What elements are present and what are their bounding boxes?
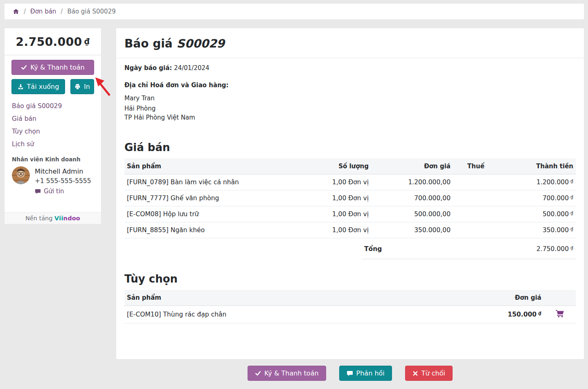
check-icon <box>21 64 27 70</box>
table-row: [FURN_8855] Ngăn khéo 1,00 Đơn vị 350.00… <box>124 222 576 238</box>
quantity-cell: 1,00 Đơn vị <box>302 206 371 222</box>
pricing-section-heading: Giá bán <box>116 141 584 154</box>
column-product: Sản phẩm <box>124 290 462 306</box>
pricing-table: Sản phẩm Số lượng Đơn giá Thuế Thành tiề… <box>124 158 576 238</box>
product-cell: [E-COM08] Hộp lưu trữ <box>124 206 302 222</box>
salesperson-phone: +1 555-555-5555 <box>35 177 91 185</box>
sign-pay-button[interactable]: Ký & Thanh toán <box>11 60 94 75</box>
quotation-ref: S00029 <box>177 37 225 50</box>
taxes-cell <box>453 206 499 222</box>
column-subtotal: Thành tiền <box>499 158 576 174</box>
breadcrumb-separator: / <box>24 8 26 15</box>
subtotal-cell: 500.000₫ <box>499 206 576 222</box>
print-button[interactable]: In <box>70 79 94 94</box>
unit-price-cell: 500.000,00 <box>371 206 453 222</box>
options-table: Sản phẩm Đơn giá [E-COM10] Thùng rác đạp… <box>124 290 576 323</box>
column-taxes: Thuế <box>453 158 499 174</box>
taxes-cell <box>453 222 499 238</box>
column-add-to-order <box>544 290 576 306</box>
table-row: [E-COM08] Hộp lưu trữ 1,00 Đơn vị 500.00… <box>124 206 576 222</box>
quantity-cell: 1,00 Đơn vị <box>302 174 371 190</box>
x-icon <box>412 371 418 376</box>
column-quantity: Số lượng <box>302 158 371 174</box>
product-cell: [E-COM10] Thùng rác đạp chân <box>124 305 462 323</box>
total-amount: 2.750.000₫ <box>5 28 101 55</box>
reject-label: Từ chối <box>421 369 445 377</box>
column-unit-price: Đơn giá <box>371 158 453 174</box>
quantity-cell: 1,00 Đơn vị <box>302 222 371 238</box>
customer-address-line2: TP Hải Phòng Việt Nam <box>124 113 576 122</box>
breadcrumb-separator: / <box>61 8 63 15</box>
feedback-button[interactable]: Phản hồi <box>339 366 392 381</box>
breadcrumb: / Đơn bán / Báo giá S00029 <box>4 3 584 20</box>
product-cell: [FURN_0789] Bàn làm việc cá nhân <box>124 174 302 190</box>
total-value: 2.750.000₫ <box>536 245 573 253</box>
product-cell: [FURN_8855] Ngăn khéo <box>124 222 302 238</box>
total-label: Tổng <box>364 245 382 253</box>
product-cell: [FURN_7777] Ghế văn phòng <box>124 190 302 206</box>
quotation-date: Ngày báo giá: 24/01/2024 <box>124 64 576 72</box>
customer-address-line1: Hải Phòng <box>124 104 576 113</box>
options-table-header-row: Sản phẩm Đơn giá <box>124 290 576 306</box>
table-row: [FURN_7777] Ghế văn phòng 1,00 Đơn vị 70… <box>124 190 576 206</box>
speech-bubble-icon <box>35 188 41 194</box>
salesperson-name: Mitchell Admin <box>35 167 91 175</box>
powered-by-label: Nền tảng <box>25 215 53 222</box>
reject-button[interactable]: Từ chối <box>405 366 453 381</box>
unit-price-cell: 700.000,00 <box>371 190 453 206</box>
salesperson-block: Nhân viên Kinh doanh <box>5 150 101 196</box>
download-icon <box>18 84 24 90</box>
subtotal-cell: 700.000₫ <box>499 190 576 206</box>
unit-price-cell: 350.000,00 <box>371 222 453 238</box>
pricing-table-header-row: Sản phẩm Số lượng Đơn giá Thuế Thành tiề… <box>124 158 576 174</box>
check-icon <box>255 370 261 376</box>
send-message-label: Gửi tin <box>44 188 64 195</box>
quantity-cell: 1,00 Đơn vị <box>302 190 371 206</box>
print-label: In <box>84 83 90 90</box>
address-label: Địa chỉ Hoá đơn và Giao hàng: <box>124 81 576 89</box>
currency-symbol: ₫ <box>570 194 573 200</box>
sidebar-item-quotation[interactable]: Báo giá S00029 <box>12 102 94 110</box>
total-amount-value: 2.750.000 <box>16 35 82 49</box>
table-row: [E-COM10] Thùng rác đạp chân 150.000₫ <box>124 305 576 323</box>
currency-symbol: ₫ <box>570 245 573 251</box>
sign-pay-label: Ký & Thanh toán <box>264 369 319 377</box>
order-total-row: Tổng 2.750.000₫ <box>362 238 576 259</box>
currency-symbol: ₫ <box>570 179 573 184</box>
download-button[interactable]: Tải xuống <box>11 79 65 94</box>
column-unit-price: Đơn giá <box>462 290 544 306</box>
download-label: Tải xuống <box>27 83 59 90</box>
sign-pay-label: Ký & Thanh toán <box>30 63 85 71</box>
subtotal-cell: 350.000₫ <box>499 222 576 238</box>
breadcrumb-link-sales-orders[interactable]: Đơn bán <box>30 8 56 15</box>
salesperson-avatar <box>12 166 30 184</box>
home-icon[interactable] <box>13 8 19 15</box>
brand-viindoo-link[interactable]: Viindoo <box>54 215 80 222</box>
unit-price-cell: 1.200.000,00 <box>371 174 453 190</box>
quotation-sidebar: 2.750.000₫ Ký & Thanh toán Tải xuống In <box>4 28 101 224</box>
sidebar-item-pricing[interactable]: Giá bán <box>12 115 94 122</box>
subtotal-cell: 1.200.000₫ <box>499 174 576 190</box>
taxes-cell <box>453 174 499 190</box>
table-row: [FURN_0789] Bàn làm việc cá nhân 1,00 Đơ… <box>124 174 576 190</box>
page-title: Báo giá S00029 <box>116 28 584 58</box>
sidebar-item-history[interactable]: Lịch sử <box>12 140 94 148</box>
feedback-label: Phản hồi <box>356 369 385 377</box>
red-arrow-annotation-icon <box>93 76 112 99</box>
document-actions: Ký & Thanh toán Phản hồi Từ chối <box>116 366 584 381</box>
quotation-document: Báo giá S00029 Ngày báo giá: 24/01/2024 … <box>116 28 584 360</box>
breadcrumb-current-page: Báo giá S00029 <box>67 8 115 15</box>
currency-symbol: ₫ <box>538 311 541 316</box>
add-to-cart-button[interactable] <box>556 310 564 317</box>
powered-by-footer: Nền tảng Viindoo <box>5 212 101 224</box>
column-product: Sản phẩm <box>124 158 302 174</box>
salesperson-heading: Nhân viên Kinh doanh <box>12 156 94 163</box>
sidebar-item-options[interactable]: Tùy chọn <box>12 128 94 135</box>
option-price-cell: 150.000₫ <box>462 305 544 323</box>
printer-icon <box>74 84 81 90</box>
sidebar-nav: Báo giá S00029 Giá bán Tùy chọn Lịch sử <box>5 94 101 150</box>
cart-icon <box>556 310 564 317</box>
taxes-cell <box>453 190 499 206</box>
sign-pay-button-bottom[interactable]: Ký & Thanh toán <box>248 366 326 381</box>
send-message-link[interactable]: Gửi tin <box>35 188 64 195</box>
